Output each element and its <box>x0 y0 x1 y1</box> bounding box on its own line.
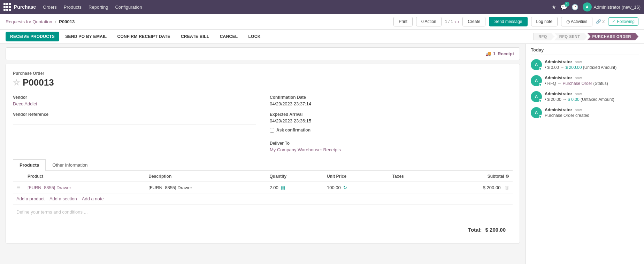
nav-configuration[interactable]: Configuration <box>115 5 142 10</box>
terms-area: Define your terms and conditions ... <box>13 204 513 219</box>
terms-placeholder[interactable]: Define your terms and conditions ... <box>16 209 88 215</box>
form-card: Purchase Order ☆ P00013 Vendor Deco Addi… <box>6 64 520 243</box>
nav-orders[interactable]: Orders <box>43 5 57 10</box>
status-dot-1 <box>539 67 542 70</box>
col-description: Description <box>145 171 266 182</box>
vendor-value[interactable]: Deco Addict <box>13 101 256 106</box>
status-dot-2 <box>539 83 542 86</box>
col-product: Product <box>24 171 145 182</box>
avatar-2: A <box>531 75 542 86</box>
author-2: Administrator <box>545 75 572 80</box>
status-dot-3 <box>539 99 542 102</box>
favorite-star-icon[interactable]: ☆ <box>13 78 20 87</box>
user-menu[interactable]: A Administrator (new_16) <box>583 2 641 11</box>
status-dot-4 <box>539 115 542 118</box>
cancel-button[interactable]: CANCEL <box>215 32 243 41</box>
print-button[interactable]: Print <box>393 17 413 26</box>
following-button[interactable]: ✓ Following <box>608 17 638 26</box>
breadcrumb-parent[interactable]: Requests for Quotation <box>6 19 52 24</box>
chatter-message-1: A Administrator now • $ 0.00 → $ 200.00 … <box>531 59 639 70</box>
action-button[interactable]: 0 Action <box>416 17 442 26</box>
log-note-button[interactable]: Log note <box>531 17 558 26</box>
col-subtotal: Subtotal ⚙ <box>433 171 513 182</box>
user-name: Administrator (new_16) <box>594 5 641 10</box>
add-section-link[interactable]: Add a section <box>49 196 77 201</box>
chatter-area: Today A Administrator now • $ 0.00 → $ 2… <box>526 44 644 264</box>
from-val-2: RFQ <box>547 81 558 86</box>
add-product-link[interactable]: Add a product <box>16 196 45 201</box>
app-logo[interactable]: Purchase <box>3 3 36 11</box>
table-header-row: Product Description Quantity Unit Price … <box>13 171 513 182</box>
prev-arrow[interactable]: ‹ <box>454 19 456 24</box>
product-cell: [FURN_8855] Drawer <box>24 182 145 193</box>
breadcrumb-right-actions: Print 0 Action 1 / 1 ‹ › Create Send mes… <box>393 17 638 26</box>
lock-button[interactable]: LOCK <box>244 32 265 41</box>
quantity-cell: 2.00 ▤ <box>266 182 323 193</box>
bullet-3: • <box>545 97 546 102</box>
ask-confirmation-checkbox[interactable] <box>270 128 274 133</box>
pagination: 1 / 1 ‹ › <box>445 19 459 24</box>
action-bar: RECEIVE PRODUCTS SEND PO BY EMAIL CONFIR… <box>0 30 644 44</box>
main-area: 🚚 1 Receipt Purchase Order ☆ P00013 Vend… <box>0 44 644 264</box>
send-po-by-email-button[interactable]: SEND PO BY EMAIL <box>61 32 111 41</box>
ask-confirmation-label: Ask confirmation <box>276 128 310 133</box>
confirmation-date-value: 04/29/2023 23:37:14 <box>270 101 513 106</box>
to-val-1: $ 200.00 <box>566 65 583 70</box>
receipt-button[interactable]: 🚚 1 Receipt <box>485 51 514 56</box>
taxes-cell <box>389 182 433 193</box>
status-rfq-sent: RFQ SENT <box>554 33 588 40</box>
reset-icon[interactable]: ↻ <box>343 185 347 190</box>
deliver-to-label: Deliver To <box>270 141 513 146</box>
vendor-ref-value[interactable] <box>13 118 256 125</box>
tabs: Products Other Information <box>13 159 513 171</box>
deliver-to-value[interactable]: My Company Warehouse: Receipts <box>270 147 513 152</box>
nav-reporting[interactable]: Reporting <box>89 5 108 10</box>
receive-products-button[interactable]: RECEIVE PRODUCTS <box>6 32 59 41</box>
tab-products[interactable]: Products <box>13 159 46 171</box>
product-name[interactable]: [FURN_8855] Drawer <box>28 185 71 190</box>
field-1: (Untaxed Amount) <box>583 65 617 70</box>
expected-arrival-value: 04/29/2023 23:36:15 <box>270 118 513 123</box>
time-2: now <box>575 76 582 80</box>
status-bar: RFQ RFQ SENT PURCHASE ORDER <box>534 33 638 40</box>
add-note-link[interactable]: Add a note <box>82 196 104 201</box>
chatter-message-4: A Administrator now Purchase Order creat… <box>531 107 639 118</box>
tab-other-information[interactable]: Other Information <box>46 159 94 171</box>
next-arrow[interactable]: › <box>458 19 459 24</box>
products-table: Product Description Quantity Unit Price … <box>13 171 513 193</box>
chart-icon[interactable]: ▤ <box>281 185 285 190</box>
delete-icon[interactable]: 🗑 <box>505 185 509 190</box>
chatter-text-3: • $ 20.00 → $ 0.00 (Untaxed Amount) <box>545 97 639 102</box>
col-unit-price: Unit Price <box>323 171 389 182</box>
expected-arrival-group: Expected Arrival 04/29/2023 23:36:15 Ask… <box>270 112 513 135</box>
truck-icon: 🚚 <box>485 51 491 56</box>
col-quantity: Quantity <box>266 171 323 182</box>
activities-button[interactable]: ◷ Activities <box>561 17 592 26</box>
settings-icon[interactable]: ⚙ <box>505 174 509 179</box>
to-val-2[interactable]: Purchase Order <box>563 81 593 86</box>
breadcrumb-bar: Requests for Quotation / P00013 Print 0 … <box>0 14 644 30</box>
avatar-1: A <box>531 59 542 70</box>
chatter-body-2: Administrator now • RFQ → Purchase Order… <box>545 75 639 86</box>
col-drag <box>13 171 24 182</box>
bullet-1: • <box>545 65 546 70</box>
receipt-count: 1 <box>493 51 496 56</box>
chatter-body-1: Administrator now • $ 0.00 → $ 200.00 (U… <box>545 59 639 70</box>
total-label: Total: <box>468 227 482 233</box>
send-message-button[interactable]: Send message <box>489 17 527 26</box>
check-icon: ✓ <box>612 19 615 24</box>
time-3: now <box>575 92 582 96</box>
chatter-message-2: A Administrator now • RFQ → Purchase Ord… <box>531 75 639 86</box>
chatter-body-3: Administrator now • $ 20.00 → $ 0.00 (Un… <box>545 91 639 102</box>
chat-icon[interactable]: 💬 1 <box>560 4 567 10</box>
confirm-receipt-date-button[interactable]: CONFIRM RECEIPT DATE <box>113 32 175 41</box>
gift-icon[interactable]: ★ <box>551 4 556 10</box>
top-navigation: Purchase Orders Products Reporting Confi… <box>0 0 644 14</box>
time-4: now <box>575 108 582 112</box>
chatter-text-2: • RFQ → Purchase Order (Status) <box>545 81 639 86</box>
clock-icon[interactable]: 🕐 <box>572 4 578 10</box>
create-bill-button[interactable]: CREATE BILL <box>176 32 214 41</box>
top-nav-links: Orders Products Reporting Configuration <box>43 5 142 10</box>
nav-products[interactable]: Products <box>64 5 82 10</box>
create-button[interactable]: Create <box>462 17 485 26</box>
